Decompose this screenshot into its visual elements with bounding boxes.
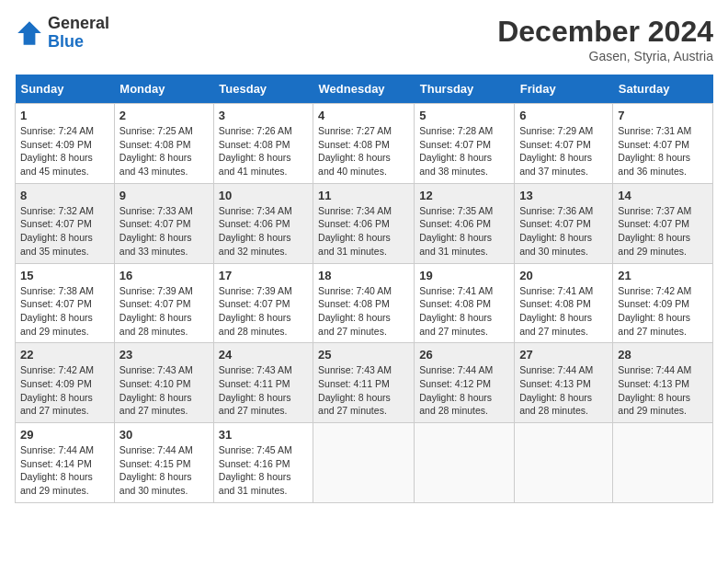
calendar-cell: 22Sunrise: 7:42 AMSunset: 4:09 PMDayligh… bbox=[16, 343, 115, 423]
day-number: 25 bbox=[318, 348, 409, 362]
page-header: General Blue December 2024 Gasen, Styria… bbox=[15, 15, 713, 63]
logo-text: General Blue bbox=[48, 15, 109, 52]
calendar-cell: 9Sunrise: 7:33 AMSunset: 4:07 PMDaylight… bbox=[114, 183, 213, 263]
logo: General Blue bbox=[15, 15, 109, 52]
weekday-header: Wednesday bbox=[313, 75, 415, 104]
weekday-header: Tuesday bbox=[213, 75, 313, 104]
day-number: 20 bbox=[519, 269, 608, 282]
day-info: Sunrise: 7:32 AMSunset: 4:07 PMDaylight:… bbox=[20, 205, 94, 257]
day-number: 8 bbox=[20, 189, 109, 202]
day-info: Sunrise: 7:26 AMSunset: 4:08 PMDaylight:… bbox=[219, 125, 292, 177]
calendar-cell bbox=[415, 423, 515, 503]
day-number: 10 bbox=[219, 189, 308, 202]
calendar-cell: 1Sunrise: 7:24 AMSunset: 4:09 PMDaylight… bbox=[16, 104, 115, 184]
calendar-cell: 2Sunrise: 7:25 AMSunset: 4:08 PMDaylight… bbox=[114, 104, 213, 184]
weekday-header-row: SundayMondayTuesdayWednesdayThursdayFrid… bbox=[16, 75, 713, 104]
month-title: December 2024 bbox=[497, 15, 713, 49]
calendar-cell: 4Sunrise: 7:27 AMSunset: 4:08 PMDaylight… bbox=[313, 104, 415, 184]
day-number: 4 bbox=[318, 109, 409, 122]
calendar-cell: 8Sunrise: 7:32 AMSunset: 4:07 PMDaylight… bbox=[16, 183, 115, 263]
calendar-cell: 26Sunrise: 7:44 AMSunset: 4:12 PMDayligh… bbox=[415, 343, 515, 423]
calendar-cell bbox=[313, 423, 415, 503]
svg-marker-0 bbox=[17, 21, 41, 45]
calendar-cell: 16Sunrise: 7:39 AMSunset: 4:07 PMDayligh… bbox=[114, 263, 213, 343]
day-number: 28 bbox=[618, 348, 708, 362]
day-info: Sunrise: 7:44 AMSunset: 4:15 PMDaylight:… bbox=[119, 444, 193, 496]
title-block: December 2024 Gasen, Styria, Austria bbox=[497, 15, 713, 63]
day-info: Sunrise: 7:34 AMSunset: 4:06 PMDaylight:… bbox=[318, 205, 392, 257]
calendar-cell: 20Sunrise: 7:41 AMSunset: 4:08 PMDayligh… bbox=[515, 263, 613, 343]
day-info: Sunrise: 7:43 AMSunset: 4:11 PMDaylight:… bbox=[219, 364, 292, 416]
calendar-cell: 10Sunrise: 7:34 AMSunset: 4:06 PMDayligh… bbox=[213, 183, 313, 263]
day-number: 22 bbox=[20, 348, 109, 362]
calendar-week-row: 15Sunrise: 7:38 AMSunset: 4:07 PMDayligh… bbox=[16, 263, 713, 343]
calendar-cell: 27Sunrise: 7:44 AMSunset: 4:13 PMDayligh… bbox=[515, 343, 613, 423]
calendar-cell: 17Sunrise: 7:39 AMSunset: 4:07 PMDayligh… bbox=[213, 263, 313, 343]
day-info: Sunrise: 7:39 AMSunset: 4:07 PMDaylight:… bbox=[119, 285, 193, 337]
day-info: Sunrise: 7:44 AMSunset: 4:13 PMDaylight:… bbox=[519, 364, 593, 416]
day-info: Sunrise: 7:44 AMSunset: 4:13 PMDaylight:… bbox=[618, 364, 691, 416]
calendar-cell: 30Sunrise: 7:44 AMSunset: 4:15 PMDayligh… bbox=[114, 423, 213, 503]
calendar-week-row: 8Sunrise: 7:32 AMSunset: 4:07 PMDaylight… bbox=[16, 183, 713, 263]
calendar-cell: 19Sunrise: 7:41 AMSunset: 4:08 PMDayligh… bbox=[415, 263, 515, 343]
day-info: Sunrise: 7:38 AMSunset: 4:07 PMDaylight:… bbox=[20, 285, 94, 337]
calendar-cell: 25Sunrise: 7:43 AMSunset: 4:11 PMDayligh… bbox=[313, 343, 415, 423]
day-number: 23 bbox=[119, 348, 209, 362]
day-info: Sunrise: 7:35 AMSunset: 4:06 PMDaylight:… bbox=[419, 205, 493, 257]
day-number: 9 bbox=[119, 189, 209, 202]
calendar-cell: 18Sunrise: 7:40 AMSunset: 4:08 PMDayligh… bbox=[313, 263, 415, 343]
day-info: Sunrise: 7:44 AMSunset: 4:12 PMDaylight:… bbox=[419, 364, 493, 416]
day-number: 5 bbox=[419, 109, 509, 122]
day-info: Sunrise: 7:41 AMSunset: 4:08 PMDaylight:… bbox=[519, 285, 593, 337]
calendar-cell: 29Sunrise: 7:44 AMSunset: 4:14 PMDayligh… bbox=[16, 423, 115, 503]
calendar-cell: 7Sunrise: 7:31 AMSunset: 4:07 PMDaylight… bbox=[613, 104, 713, 184]
day-number: 3 bbox=[219, 109, 308, 122]
calendar-cell: 28Sunrise: 7:44 AMSunset: 4:13 PMDayligh… bbox=[613, 343, 713, 423]
day-info: Sunrise: 7:36 AMSunset: 4:07 PMDaylight:… bbox=[519, 205, 593, 257]
day-number: 2 bbox=[119, 109, 209, 122]
logo-blue: Blue bbox=[48, 33, 109, 52]
day-info: Sunrise: 7:28 AMSunset: 4:07 PMDaylight:… bbox=[419, 125, 493, 177]
weekday-header: Monday bbox=[114, 75, 213, 104]
day-info: Sunrise: 7:24 AMSunset: 4:09 PMDaylight:… bbox=[20, 125, 94, 177]
day-info: Sunrise: 7:29 AMSunset: 4:07 PMDaylight:… bbox=[519, 125, 593, 177]
day-info: Sunrise: 7:31 AMSunset: 4:07 PMDaylight:… bbox=[618, 125, 691, 177]
day-number: 14 bbox=[618, 189, 708, 202]
day-info: Sunrise: 7:43 AMSunset: 4:11 PMDaylight:… bbox=[318, 364, 392, 416]
day-number: 31 bbox=[219, 428, 308, 442]
day-info: Sunrise: 7:25 AMSunset: 4:08 PMDaylight:… bbox=[119, 125, 193, 177]
day-info: Sunrise: 7:40 AMSunset: 4:08 PMDaylight:… bbox=[318, 285, 392, 337]
calendar-cell: 23Sunrise: 7:43 AMSunset: 4:10 PMDayligh… bbox=[114, 343, 213, 423]
day-info: Sunrise: 7:42 AMSunset: 4:09 PMDaylight:… bbox=[618, 285, 691, 337]
calendar-cell: 3Sunrise: 7:26 AMSunset: 4:08 PMDaylight… bbox=[213, 104, 313, 184]
logo-general: General bbox=[48, 15, 109, 33]
calendar-cell: 6Sunrise: 7:29 AMSunset: 4:07 PMDaylight… bbox=[515, 104, 613, 184]
calendar-cell bbox=[515, 423, 613, 503]
day-number: 29 bbox=[20, 428, 109, 442]
day-number: 13 bbox=[519, 189, 608, 202]
day-number: 15 bbox=[20, 269, 109, 282]
day-number: 18 bbox=[318, 269, 409, 282]
weekday-header: Sunday bbox=[16, 75, 115, 104]
logo-icon bbox=[15, 18, 44, 48]
day-number: 27 bbox=[519, 348, 608, 362]
calendar-week-row: 22Sunrise: 7:42 AMSunset: 4:09 PMDayligh… bbox=[16, 343, 713, 423]
day-info: Sunrise: 7:41 AMSunset: 4:08 PMDaylight:… bbox=[419, 285, 493, 337]
day-number: 21 bbox=[618, 269, 708, 282]
day-info: Sunrise: 7:44 AMSunset: 4:14 PMDaylight:… bbox=[20, 444, 94, 496]
day-number: 19 bbox=[419, 269, 509, 282]
calendar-cell: 24Sunrise: 7:43 AMSunset: 4:11 PMDayligh… bbox=[213, 343, 313, 423]
day-number: 30 bbox=[119, 428, 209, 442]
day-number: 6 bbox=[519, 109, 608, 122]
calendar-table: SundayMondayTuesdayWednesdayThursdayFrid… bbox=[15, 75, 713, 503]
calendar-cell: 21Sunrise: 7:42 AMSunset: 4:09 PMDayligh… bbox=[613, 263, 713, 343]
day-info: Sunrise: 7:33 AMSunset: 4:07 PMDaylight:… bbox=[119, 205, 193, 257]
calendar-cell bbox=[613, 423, 713, 503]
day-number: 16 bbox=[119, 269, 209, 282]
weekday-header: Thursday bbox=[415, 75, 515, 104]
day-number: 11 bbox=[318, 189, 409, 202]
day-info: Sunrise: 7:34 AMSunset: 4:06 PMDaylight:… bbox=[219, 205, 292, 257]
day-info: Sunrise: 7:37 AMSunset: 4:07 PMDaylight:… bbox=[618, 205, 691, 257]
calendar-cell: 13Sunrise: 7:36 AMSunset: 4:07 PMDayligh… bbox=[515, 183, 613, 263]
calendar-cell: 12Sunrise: 7:35 AMSunset: 4:06 PMDayligh… bbox=[415, 183, 515, 263]
